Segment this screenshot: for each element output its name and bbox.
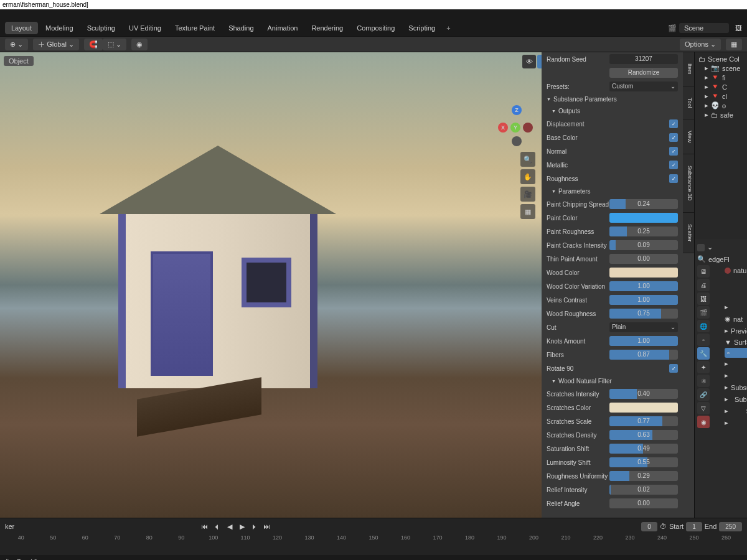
keyframe-prev-icon[interactable]: ⏴ [212, 521, 223, 532]
nav-gizmo[interactable]: Z X Y [498, 105, 535, 142]
output-checkbox[interactable]: ✓ [669, 161, 678, 169]
outliner-item[interactable]: ▸🔻cl [703, 91, 745, 101]
snap-dropdown[interactable]: ⬚ ⌄ [103, 39, 126, 50]
outliner-item[interactable]: ▸💀o [703, 101, 745, 110]
param-slider[interactable]: 1.00 [609, 295, 678, 305]
param-slider[interactable]: 0.77 [609, 416, 678, 426]
param-checkbox[interactable]: ✓ [669, 364, 678, 373]
workspace-tab-layout[interactable]: Layout [5, 22, 38, 34]
pin-icon[interactable] [697, 244, 705, 251]
prop-tab-view[interactable]: 🖼 [697, 292, 710, 305]
param-slider[interactable]: 0.49 [609, 444, 678, 454]
prop-tab-constraint[interactable]: 🔗 [697, 388, 710, 401]
workspace-tab-texture-paint[interactable]: Texture Paint [169, 22, 221, 34]
persp-icon[interactable]: ▦ [520, 204, 535, 219]
npanel-tab-tool[interactable]: Tool [683, 86, 694, 120]
param-slider[interactable]: 1.00 [609, 281, 678, 291]
snap-toggle[interactable]: 🧲 [84, 39, 103, 50]
options-dropdown[interactable]: Options ⌄ [680, 39, 721, 50]
workspace-tab-uv-editing[interactable]: UV Editing [123, 22, 167, 34]
output-checkbox[interactable]: ✓ [669, 133, 678, 142]
npanel-tab-substance-3d[interactable]: Substance 3D [683, 154, 694, 213]
property-row[interactable]: ▸Ar [725, 417, 747, 429]
outputs-header[interactable]: Outputs [542, 105, 683, 117]
param-color[interactable] [609, 213, 678, 223]
node-icon[interactable]: ▫ [727, 349, 730, 357]
param-slider[interactable]: 0.00 [609, 498, 678, 508]
axis-neg[interactable] [523, 123, 533, 133]
parameters-header[interactable]: Parameters [542, 185, 683, 197]
outliner-item[interactable]: ▸🔻fi [703, 73, 745, 82]
prop-tab-particle[interactable]: ✦ [697, 361, 710, 373]
param-slider[interactable]: 0.09 [609, 240, 678, 250]
current-frame-input[interactable]: 0 [641, 522, 657, 531]
param-slider[interactable]: 0.87 [609, 350, 678, 360]
presets-dropdown[interactable]: Custom [609, 82, 678, 91]
prop-tab-output[interactable]: 🖨 [697, 279, 710, 291]
property-row[interactable]: ▸Spe [725, 405, 747, 417]
search-input[interactable]: edgeFl [708, 256, 730, 263]
output-checkbox[interactable]: ✓ [669, 174, 678, 183]
axis-x[interactable]: X [498, 123, 508, 133]
workspace-tab-shading[interactable]: Shading [222, 22, 260, 34]
end-frame-input[interactable]: 250 [719, 522, 742, 531]
param-slider[interactable]: 0.63 [609, 430, 678, 440]
keyframe-next-icon[interactable]: ⏵ [249, 521, 260, 532]
param-dropdown[interactable]: Plain [609, 322, 678, 332]
workspace-tab-compositing[interactable]: Compositing [350, 22, 401, 34]
workspace-tab-scripting[interactable]: Scripting [402, 22, 441, 34]
zoom-icon[interactable]: 🔍 [520, 152, 535, 167]
workspace-tab-rendering[interactable]: Rendering [305, 22, 349, 34]
substance-header[interactable]: Substance Parameters [542, 93, 683, 105]
timeline-ruler[interactable]: 4050607080901001101201301401501601701801… [0, 534, 747, 546]
randomize-button[interactable]: Randomize [609, 68, 678, 78]
play-reverse-icon[interactable]: ◀ [224, 521, 235, 532]
property-row[interactable]: ▸S [725, 370, 747, 381]
npanel-tab-scatter[interactable]: Scatter [683, 213, 694, 254]
param-slider[interactable]: 0.02 [609, 485, 678, 495]
pan-icon[interactable]: ✋ [520, 169, 535, 184]
scene-name-input[interactable]: Scene [679, 23, 729, 33]
npanel-tab-view[interactable]: View [683, 119, 694, 154]
param-slider[interactable]: 0.24 [609, 199, 678, 209]
prop-tab-physics[interactable]: ⚛ [697, 375, 710, 387]
3d-viewport[interactable]: Object 👁 ✦ ⌄ ⊚ ⌄ ▣ ⬤ ⬤ ⬤ ⬤ ⌄ Z X Y 🔍 ✋ 🎥 [0, 52, 694, 518]
param-color[interactable] [609, 403, 678, 413]
param-color[interactable] [609, 268, 678, 278]
output-checkbox[interactable]: ✓ [669, 147, 678, 156]
outliner-item[interactable]: ▸🔻C [703, 82, 745, 91]
prop-tab-wrench[interactable]: 🔧 [697, 347, 710, 360]
workspace-tab-sculpting[interactable]: Sculpting [81, 22, 121, 34]
output-checkbox[interactable]: ✓ [669, 119, 678, 128]
start-frame-input[interactable]: 1 [686, 522, 702, 531]
cursor-dropdown[interactable]: ⊕ ⌄ [5, 39, 28, 50]
play-icon[interactable]: ▶ [237, 521, 248, 532]
axis-neg2[interactable] [512, 136, 522, 146]
wood-filter-header[interactable]: Wood Natural Filter [542, 375, 683, 387]
orientation-dropdown[interactable]: 🞡 Global ⌄ [33, 39, 79, 50]
prop-tab-material[interactable]: ◉ [697, 416, 710, 428]
property-row[interactable]: ▸B [725, 358, 747, 370]
proportional-toggle[interactable]: ◉ [131, 39, 148, 50]
workspace-tab-modeling[interactable]: Modeling [39, 22, 80, 34]
outliner-item[interactable]: ▸📷scene [703, 63, 745, 73]
axis-z[interactable]: Z [512, 105, 522, 115]
axis-y[interactable]: Y [510, 123, 520, 133]
mode-dropdown[interactable]: Object [4, 56, 34, 66]
timer-icon[interactable]: ⏱ [660, 523, 667, 530]
prop-tab-world[interactable]: 🌐 [697, 320, 710, 332]
param-slider[interactable]: 0.40 [609, 389, 678, 399]
param-slider[interactable]: 0.25 [609, 226, 678, 236]
npanel-tab-item[interactable]: Item [683, 52, 694, 86]
add-tab-icon[interactable]: + [443, 24, 454, 32]
extra-icon[interactable]: ▦ [726, 39, 742, 50]
param-slider[interactable]: 0.00 [609, 254, 678, 264]
select-vis-icon[interactable]: 👁 [522, 55, 536, 68]
prop-tab-mesh[interactable]: ▽ [697, 402, 710, 414]
property-row[interactable]: ▸Subsurf [725, 393, 747, 405]
param-slider[interactable]: 0.55 [609, 457, 678, 467]
camera-icon[interactable]: 🎥 [520, 187, 535, 202]
param-slider[interactable]: 0.29 [609, 471, 678, 481]
prop-tab-scene[interactable]: 🎬 [697, 306, 710, 319]
property-row[interactable]: ▸Subsurfa [725, 381, 747, 393]
